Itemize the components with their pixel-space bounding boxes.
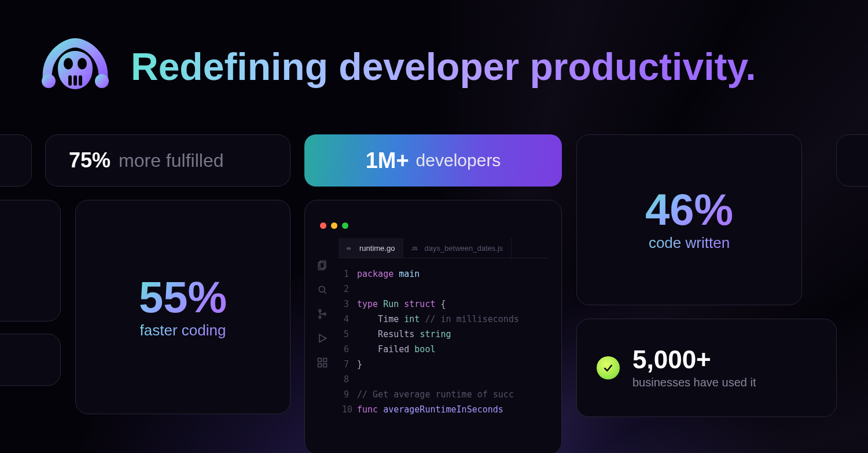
svg-line-10 — [324, 291, 326, 294]
minimize-icon — [331, 222, 337, 229]
stat-developers-pill: 1M+ developers — [304, 134, 562, 187]
copilot-logo-icon — [41, 35, 110, 98]
code-line: // Get average runtime of succ — [357, 387, 514, 402]
code-line: Results string — [357, 327, 451, 342]
stat-developers-figure: 1M+ — [366, 148, 409, 173]
svg-rect-4 — [68, 75, 72, 86]
hero-row: Redefining developer productivity. — [41, 35, 839, 98]
decorative-tile — [0, 334, 61, 386]
stat-fulfilled-tile: 75% more fulfilled — [45, 134, 290, 187]
svg-point-12 — [319, 316, 321, 319]
editor-tab-days-between-dates-js: JS days_between_dates.js — [403, 238, 512, 258]
code-line: type Run struct { — [357, 297, 446, 312]
svg-point-11 — [319, 309, 321, 312]
stat-businesses-figure: 5,000+ — [632, 347, 756, 372]
editor-tabs: ∞ runtime.go JS days_between_dates.js — [339, 238, 549, 258]
line-number: 10 — [342, 402, 357, 417]
svg-rect-17 — [323, 364, 327, 367]
code-line: } — [357, 357, 362, 372]
stat-code-written-figure: 46% — [645, 188, 733, 232]
stat-code-written-tile: 46% code written — [576, 134, 802, 305]
search-icon — [317, 284, 328, 295]
line-number: 1 — [342, 266, 357, 282]
line-number: 8 — [342, 372, 357, 387]
line-number: 5 — [342, 327, 357, 342]
svg-point-9 — [319, 286, 325, 292]
stat-developers-label: developers — [416, 151, 501, 170]
decorative-tile — [0, 200, 61, 322]
svg-point-0 — [42, 74, 56, 88]
editor-tab-runtime-go: ∞ runtime.go — [339, 238, 403, 258]
editor-tab-label: runtime.go — [359, 244, 395, 253]
window-traffic-lights — [318, 222, 549, 229]
svg-rect-6 — [79, 75, 82, 86]
code-line: func averageRuntimeInSeconds — [357, 402, 503, 417]
svg-text:JS: JS — [411, 246, 418, 251]
line-number: 7 — [342, 357, 357, 372]
line-number: 2 — [342, 282, 357, 297]
svg-point-13 — [323, 313, 326, 315]
stat-fulfilled-figure: 75% — [69, 148, 111, 173]
decorative-tile — [836, 134, 868, 187]
svg-point-2 — [64, 58, 73, 70]
code-line: Failed bool — [357, 342, 435, 357]
svg-rect-15 — [318, 359, 322, 362]
decorative-tile — [0, 134, 32, 187]
line-number: 3 — [342, 297, 357, 312]
check-icon — [597, 356, 620, 379]
svg-text:∞: ∞ — [347, 244, 351, 251]
line-number: 6 — [342, 342, 357, 357]
stat-businesses-label: businesses have used it — [632, 376, 756, 389]
code-content: 1package main23type Run struct {4 Time i… — [339, 258, 549, 417]
stat-faster-coding-tile: 55% faster coding — [75, 200, 290, 414]
stat-businesses-tile: 5,000+ businesses have used it — [576, 319, 837, 417]
code-editor-tile: ∞ runtime.go JS days_between_dates.js 1p… — [304, 200, 562, 453]
svg-point-1 — [95, 74, 109, 88]
line-number: 9 — [342, 387, 357, 402]
code-line: Time int // in milliseconds — [357, 312, 519, 327]
run-debug-icon — [317, 333, 328, 344]
editor-activity-bar — [311, 256, 334, 453]
code-line: package main — [357, 266, 420, 282]
close-icon — [320, 222, 326, 229]
maximize-icon — [342, 222, 348, 229]
line-number: 4 — [342, 312, 357, 327]
stat-faster-coding-figure: 55% — [139, 275, 227, 319]
source-control-icon — [317, 308, 328, 320]
stat-code-written-label: code written — [649, 234, 730, 252]
go-file-icon: ∞ — [347, 244, 355, 252]
svg-rect-16 — [318, 364, 322, 367]
stat-faster-coding-label: faster coding — [140, 322, 226, 339]
editor-tab-label: days_between_dates.js — [424, 244, 503, 253]
hero-headline: Redefining developer productivity. — [131, 45, 756, 89]
svg-marker-14 — [319, 334, 326, 342]
svg-point-3 — [78, 58, 87, 70]
stat-fulfilled-label: more fulfilled — [119, 150, 223, 171]
svg-rect-5 — [73, 75, 77, 86]
svg-rect-18 — [323, 359, 327, 362]
files-icon — [317, 260, 328, 271]
extensions-icon — [317, 357, 328, 368]
js-file-icon: JS — [411, 244, 420, 252]
